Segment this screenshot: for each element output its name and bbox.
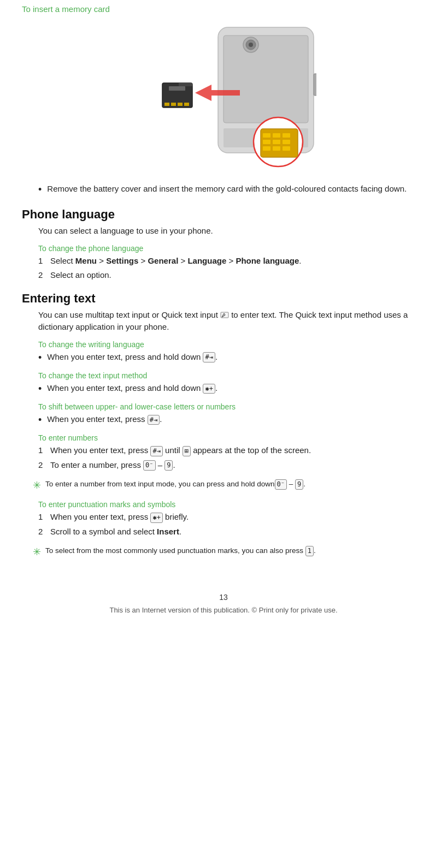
step-text-1: Select Menu > Settings > General > Langu… [50, 255, 425, 267]
bullet-dot: • [38, 382, 42, 396]
svg-rect-20 [263, 140, 270, 144]
key-star-2: ✱+ [150, 513, 162, 523]
key-grid: ⊞ [183, 446, 191, 456]
subsection-heading-text-input: To change the text input method [38, 371, 425, 380]
subsection-shift-case: To shift between upper- and lower-case l… [22, 402, 425, 427]
svg-rect-23 [263, 146, 270, 151]
step-text-2-ep: Scroll to a symbol and select Insert. [50, 526, 425, 538]
key-9-tip: 9 [295, 479, 303, 490]
footer-note: This is an Internet version of this publ… [22, 606, 425, 614]
subsection-heading-enter-punctuation: To enter punctuation marks and symbols [38, 500, 425, 509]
section-intro-entering-text: You can use multitap text input or Quick… [38, 309, 425, 334]
numbered-list-enter-punctuation: 1 When you enter text, press ✱+ briefly.… [38, 511, 425, 538]
bullet-item-writing-language: • When you enter text, press and hold do… [38, 351, 425, 365]
section-heading-phone-language: Phone language [22, 207, 425, 222]
bullet-dot: • [38, 351, 42, 365]
subsection-heading-change-phone-language: To change the phone language [38, 244, 425, 253]
bullet-text-1: Remove the battery cover and insert the … [47, 183, 407, 195]
svg-rect-12 [171, 103, 176, 106]
step-2-enter-numbers: 2 To enter a number, press 0⁻ – 9. [38, 459, 425, 472]
subsection-heading-shift-case: To shift between upper- and lower-case l… [38, 402, 425, 411]
key-hash-2: #⇥ [148, 415, 160, 425]
tip-text-2: To select from the most commonly used pu… [45, 545, 316, 556]
bullet-text-shift-case: When you enter text, press #⇥. [47, 413, 162, 426]
svg-marker-10 [179, 83, 192, 86]
subsection-heading-writing-language: To change the writing language [38, 340, 425, 349]
numbered-list-phone-language: 1 Select Menu > Settings > General > Lan… [38, 255, 425, 282]
numbered-list-enter-numbers: 1 When you enter text, press #⇥ until ⊞ … [38, 444, 425, 471]
bullet-text-text-input: When you enter text, press and hold down… [47, 382, 217, 395]
svg-rect-21 [273, 140, 280, 144]
bullet-section-memory: • Remove the battery cover and insert th… [38, 183, 425, 197]
step-text-2-en: To enter a number, press 0⁻ – 9. [50, 459, 425, 472]
key-hash-1: #⇥ [203, 352, 215, 362]
bullet-item-1: • Remove the battery cover and insert th… [38, 183, 425, 197]
tip-enter-punctuation: ✳ To select from the most commonly used … [33, 543, 425, 560]
step-num-2-ep: 2 [38, 526, 50, 538]
step-num-1: 1 [38, 255, 50, 267]
svg-rect-11 [164, 103, 169, 106]
tip-enter-numbers: ✳ To enter a number from text input mode… [33, 477, 425, 494]
svg-rect-25 [283, 146, 290, 151]
bullet-section-writing-language: • When you enter text, press and hold do… [38, 351, 425, 365]
key-9: 9 [164, 460, 173, 471]
svg-rect-18 [273, 133, 280, 138]
svg-point-5 [249, 43, 253, 47]
svg-rect-19 [283, 133, 290, 138]
svg-rect-9 [169, 86, 185, 91]
subsection-enter-numbers: To enter numbers 1 When you enter text, … [22, 433, 425, 494]
subsection-change-writing-language: To change the writing language • When yo… [22, 340, 425, 365]
page-number: 13 [22, 593, 425, 602]
section-intro-phone-language: You can select a language to use in your… [38, 225, 425, 237]
key-hash-3: #⇥ [150, 446, 162, 456]
svg-rect-17 [263, 133, 270, 138]
tip-icon-2: ✳ [33, 546, 41, 558]
tip-icon-1: ✳ [33, 479, 41, 491]
step-1-phone-language: 1 Select Menu > Settings > General > Lan… [38, 255, 425, 267]
svg-rect-13 [178, 103, 183, 106]
key-1-tip: 1 [305, 546, 314, 556]
bullet-section-shift-case: • When you enter text, press #⇥. [38, 413, 425, 427]
bullet-dot: • [38, 413, 42, 427]
bullet-text-writing-language: When you enter text, press and hold down… [47, 351, 217, 364]
step-1-enter-punctuation: 1 When you enter text, press ✱+ briefly. [38, 511, 425, 524]
step-num-1-en: 1 [38, 444, 50, 457]
subsection-heading-enter-numbers: To enter numbers [38, 433, 425, 442]
key-star-1: ✱+ [203, 384, 215, 394]
step-num-1-ep: 1 [38, 511, 50, 524]
section-phone-language: Phone language You can select a language… [22, 207, 425, 282]
bullet-item-shift-case: • When you enter text, press #⇥. [38, 413, 425, 427]
svg-rect-14 [184, 103, 189, 106]
step-2-enter-punctuation: 2 Scroll to a symbol and select Insert. [38, 526, 425, 538]
bullet-dot-1: • [38, 183, 42, 197]
key-0-tip: 0⁻ [275, 479, 287, 490]
footer: 13 This is an Internet version of this p… [22, 593, 425, 625]
step-text-1-en: When you enter text, press #⇥ until ⊞ ap… [50, 444, 425, 457]
step-2-phone-language: 2 Select an option. [38, 269, 425, 282]
step-text-1-ep: When you enter text, press ✱+ briefly. [50, 511, 425, 524]
step-text-2: Select an option. [50, 269, 425, 282]
step-num-2: 2 [38, 269, 50, 282]
svg-rect-6 [314, 74, 316, 96]
memory-card-illustration [22, 19, 425, 172]
subsection-change-phone-language: To change the phone language 1 Select Me… [22, 244, 425, 282]
section-entering-text: Entering text You can use multitap text … [22, 292, 425, 561]
key-0: 0⁻ [143, 460, 155, 471]
subsection-change-text-input: To change the text input method • When y… [22, 371, 425, 396]
step-1-enter-numbers: 1 When you enter text, press #⇥ until ⊞ … [38, 444, 425, 457]
svg-rect-22 [283, 140, 290, 144]
svg-rect-24 [273, 146, 280, 151]
page-title: To insert a memory card [22, 0, 425, 14]
subsection-enter-punctuation: To enter punctuation marks and symbols 1… [22, 500, 425, 560]
tip-text-1: To enter a number from text input mode, … [45, 479, 305, 490]
svg-rect-1 [224, 35, 308, 123]
step-num-2-en: 2 [38, 459, 50, 472]
bullet-section-text-input: • When you enter text, press and hold do… [38, 382, 425, 396]
bullet-item-text-input: • When you enter text, press and hold do… [38, 382, 425, 396]
section-heading-entering-text: Entering text [22, 292, 425, 306]
